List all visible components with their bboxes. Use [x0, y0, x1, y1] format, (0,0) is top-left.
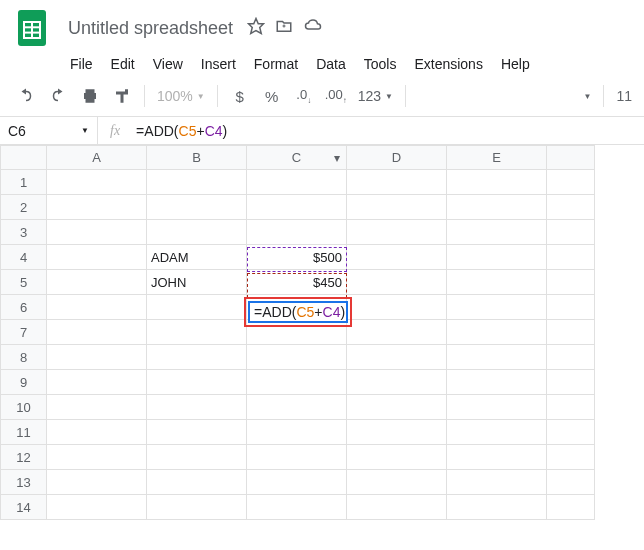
move-icon[interactable]	[275, 17, 293, 39]
zoom-dropdown[interactable]: 100%▼	[153, 88, 209, 104]
row-header-3[interactable]: 3	[1, 220, 47, 245]
menu-format[interactable]: Format	[246, 52, 306, 76]
fx-label: fx	[98, 123, 132, 139]
row-header-7[interactable]: 7	[1, 320, 47, 345]
menu-insert[interactable]: Insert	[193, 52, 244, 76]
cell-B1[interactable]	[147, 170, 247, 195]
cell-C1[interactable]	[247, 170, 347, 195]
name-box[interactable]: C6 ▼	[0, 117, 98, 144]
cell-E1[interactable]	[447, 170, 547, 195]
row-header-9[interactable]: 9	[1, 370, 47, 395]
cell-C4[interactable]: $500	[247, 245, 347, 270]
row-header-11[interactable]: 11	[1, 420, 47, 445]
paint-format-button[interactable]	[108, 82, 136, 110]
chevron-down-icon: ▼	[81, 126, 89, 135]
menu-help[interactable]: Help	[493, 52, 538, 76]
toolbar: 100%▼ $ % .0↓ .00↑ 123▼ ▼ 11	[0, 76, 644, 117]
undo-button[interactable]	[12, 82, 40, 110]
print-button[interactable]	[76, 82, 104, 110]
row-header-4[interactable]: 4	[1, 245, 47, 270]
row-header-14[interactable]: 14	[1, 495, 47, 520]
number-format-dropdown[interactable]: 123▼	[354, 88, 397, 104]
select-all-corner[interactable]	[1, 146, 47, 170]
row-header-2[interactable]: 2	[1, 195, 47, 220]
increase-decimal-button[interactable]: .00↑	[322, 82, 350, 110]
row-header-10[interactable]: 10	[1, 395, 47, 420]
cell-B5[interactable]: JOHN	[147, 270, 247, 295]
col-header-A[interactable]: A	[47, 146, 147, 170]
menu-view[interactable]: View	[145, 52, 191, 76]
row-header-1[interactable]: 1	[1, 170, 47, 195]
spreadsheet-grid[interactable]: A B C▾ D E 1 2 3 4ADAM$500 5JOHN$450 6 7…	[0, 145, 595, 520]
col-header-D[interactable]: D	[347, 146, 447, 170]
sheets-logo[interactable]	[12, 8, 52, 48]
redo-button[interactable]	[44, 82, 72, 110]
font-size[interactable]: 11	[616, 88, 632, 104]
row-header-12[interactable]: 12	[1, 445, 47, 470]
cell-A1[interactable]	[47, 170, 147, 195]
doc-title[interactable]: Untitled spreadsheet	[62, 16, 239, 41]
cell-C5[interactable]: $450	[247, 270, 347, 295]
cell-B4[interactable]: ADAM	[147, 245, 247, 270]
formula-bar: C6 ▼ fx =ADD(C5+C4)	[0, 117, 644, 145]
active-cell-editor[interactable]: =ADD(C5+C4)	[248, 301, 348, 323]
cloud-icon[interactable]	[303, 17, 323, 39]
formula-input[interactable]: =ADD(C5+C4)	[132, 123, 644, 139]
font-dropdown[interactable]: ▼	[584, 92, 592, 101]
row-header-6[interactable]: 6	[1, 295, 47, 320]
star-icon[interactable]	[247, 17, 265, 39]
row-header-8[interactable]: 8	[1, 345, 47, 370]
col-header-B[interactable]: B	[147, 146, 247, 170]
svg-marker-5	[249, 19, 264, 34]
decrease-decimal-button[interactable]: .0↓	[290, 82, 318, 110]
menu-edit[interactable]: Edit	[103, 52, 143, 76]
currency-button[interactable]: $	[226, 82, 254, 110]
percent-button[interactable]: %	[258, 82, 286, 110]
menu-bar: File Edit View Insert Format Data Tools …	[62, 52, 632, 76]
cell-D1[interactable]	[347, 170, 447, 195]
menu-tools[interactable]: Tools	[356, 52, 405, 76]
menu-extensions[interactable]: Extensions	[406, 52, 490, 76]
menu-file[interactable]: File	[62, 52, 101, 76]
col-header-F[interactable]	[547, 146, 595, 170]
col-header-E[interactable]: E	[447, 146, 547, 170]
row-header-13[interactable]: 13	[1, 470, 47, 495]
row-header-5[interactable]: 5	[1, 270, 47, 295]
column-menu-icon[interactable]: ▾	[334, 151, 340, 165]
menu-data[interactable]: Data	[308, 52, 354, 76]
col-header-C[interactable]: C▾	[247, 146, 347, 170]
